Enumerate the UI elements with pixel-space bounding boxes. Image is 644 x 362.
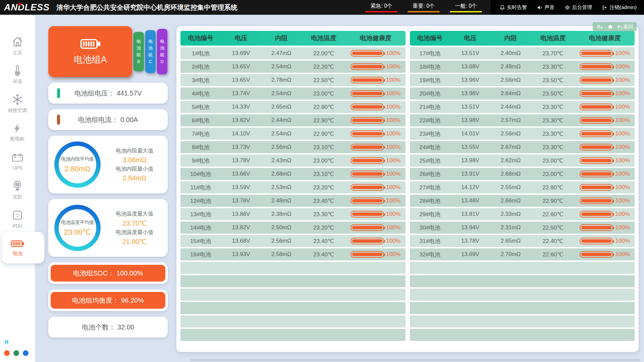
battery-health-cell: 100%	[575, 197, 635, 204]
battery-table-row-empty	[410, 289, 635, 301]
sidebar-item-battery[interactable]: 电池	[0, 233, 35, 262]
battery-health-cell: 100%	[575, 117, 635, 124]
health-percent: 100%	[386, 144, 400, 150]
battery-id: 4#电池	[180, 90, 221, 98]
battery-resistance: 2.56mΩ	[261, 144, 302, 150]
battery-group-c-tab[interactable]: 电池组C	[145, 30, 156, 73]
battery-resistance: 2.56mΩ	[490, 130, 531, 137]
health-percent: 100%	[386, 50, 400, 57]
battery-health-cell: 100%	[575, 171, 635, 177]
battery-table-row-empty	[410, 275, 635, 287]
alert-important[interactable]: 重要: 0个	[408, 3, 440, 12]
battery-group-a-card[interactable]: 电池组A	[48, 26, 132, 77]
alert-general[interactable]: 一般: 0个	[450, 3, 482, 12]
battery-table-row-empty	[180, 315, 406, 327]
sidebar-item-environment[interactable]: 环境	[0, 60, 35, 89]
health-gauge-icon	[351, 144, 384, 150]
battery-resistance: 2.55mΩ	[490, 184, 531, 191]
expand-sidebar-chevron[interactable]: »	[4, 337, 35, 346]
soc-button[interactable]: 电池组SOC：100.00%	[51, 265, 165, 282]
battery-voltage: 14.33V	[221, 104, 261, 110]
battery-temperature: 23.20℃	[302, 224, 346, 231]
health-percent: 100%	[386, 171, 400, 177]
battery-group-a-label: 电池组A	[73, 54, 107, 66]
health-gauge-icon	[351, 238, 384, 244]
battery-voltage: 13.94V	[450, 224, 490, 231]
battery-id: 17#电池	[410, 50, 450, 57]
battery-voltage: 13.55V	[450, 144, 490, 150]
health-gauge-icon	[580, 144, 613, 150]
battery-group-selector: 电池组A 电池组B 电池组C 电池组D	[48, 26, 168, 77]
battery-table-row: 9#电池13.78V2.43mΩ23.00℃100%	[180, 155, 406, 167]
sidebar-item-label: UPS	[13, 165, 22, 171]
battery-voltage: 14.10V	[221, 130, 261, 137]
sound-button[interactable]: 声音	[537, 4, 554, 11]
sidebar-item-home[interactable]: 主页	[0, 32, 35, 60]
alert-urgent[interactable]: 紧急: 0个	[365, 3, 397, 12]
battery-voltage: 13.65V	[221, 77, 261, 83]
logout-icon	[602, 5, 608, 10]
resistance-minmax: 电池内阻最大值 3.06mΩ 电池内阻最小值 2.54mΩ	[105, 147, 164, 182]
sidebar-item-label: PDU	[12, 223, 22, 229]
battery-resistance: 2.78mΩ	[261, 77, 302, 83]
battery-group-b-label: 电池组B	[136, 38, 141, 65]
battery-voltage: 13.81V	[450, 211, 490, 218]
header-health: 电池健康度	[575, 34, 635, 43]
health-percent: 100%	[386, 157, 400, 164]
battery-health-cell: 100%	[575, 224, 635, 231]
sidebar-item-pdu[interactable]: PDU	[0, 204, 35, 233]
battery-table-row-empty	[180, 262, 406, 274]
sidebar-item-ups[interactable]: UPS	[0, 147, 35, 176]
battery-resistance: 2.58mΩ	[261, 251, 302, 258]
battery-health-cell: 100%	[575, 251, 635, 258]
battery-group-d-tab[interactable]: 电池组D	[157, 29, 167, 74]
battery-health-cell: 100%	[575, 90, 635, 97]
group-current-value: 0.00A	[120, 116, 138, 123]
balance-label: 电池组均衡度：	[72, 296, 119, 305]
health-gauge-icon	[351, 50, 384, 57]
back-arrow-icon	[617, 24, 623, 29]
battery-table-row: 16#电池13.93V2.58mΩ23.40℃100%	[180, 248, 406, 260]
health-percent: 100%	[386, 104, 400, 110]
soc-value: 100.00%	[116, 269, 143, 277]
home-icon[interactable]	[607, 24, 613, 29]
battery-temperature: 23.00℃	[531, 171, 575, 178]
sidebar-item-label: 电池	[13, 251, 22, 257]
battery-health-cell: 100%	[346, 251, 406, 258]
sidebar-item-power-cabinet[interactable]: 配电柜	[0, 118, 35, 147]
battery-health-cell: 100%	[575, 211, 635, 218]
logout-button[interactable]: 注销(admin)	[602, 4, 637, 11]
back-button[interactable]: 返回	[617, 23, 633, 30]
battery-temperature: 23.00℃	[531, 157, 575, 164]
realtime-alarm-button[interactable]: 实时告警	[499, 4, 527, 11]
sidebar-item-precision-ac[interactable]: 精密空调	[0, 89, 35, 118]
battery-temperature: 22.20℃	[302, 63, 346, 70]
admin-button[interactable]: 后台管理	[565, 4, 592, 11]
health-gauge-icon	[580, 251, 613, 258]
gears-icon[interactable]	[596, 24, 603, 29]
health-percent: 100%	[386, 211, 400, 218]
resistance-ring-inner: 电池内阻平均值 2.80mΩ	[59, 146, 96, 183]
battery-temperature: 23.40℃	[302, 197, 346, 204]
home-icon	[11, 36, 23, 48]
balance-card: 电池组均衡度：96.20%	[48, 290, 168, 311]
balance-button[interactable]: 电池组均衡度：96.20%	[51, 292, 165, 309]
battery-health-cell: 100%	[346, 104, 406, 110]
health-gauge-icon	[351, 104, 384, 110]
battery-id: 29#电池	[410, 210, 450, 218]
health-percent: 100%	[615, 50, 630, 57]
battery-group-b-tab[interactable]: 电池组B	[133, 32, 144, 71]
health-percent: 100%	[615, 157, 630, 164]
battery-id: 15#电池	[180, 237, 221, 245]
speaker-icon	[537, 5, 543, 10]
battery-resistance: 2.44mΩ	[261, 117, 302, 124]
temperature-max-label: 电池温度最大值	[116, 210, 153, 218]
status-dot-blue	[23, 350, 29, 356]
battery-voltage: 13.51V	[450, 50, 490, 57]
battery-id: 19#电池	[410, 76, 450, 84]
resistance-max-value: 3.06mΩ	[123, 156, 147, 164]
health-percent: 100%	[386, 251, 400, 258]
battery-resistance: 2.57mΩ	[490, 117, 531, 124]
sidebar-item-security[interactable]: 安防	[0, 176, 35, 204]
horizontal-scrollbar[interactable]	[190, 359, 641, 361]
